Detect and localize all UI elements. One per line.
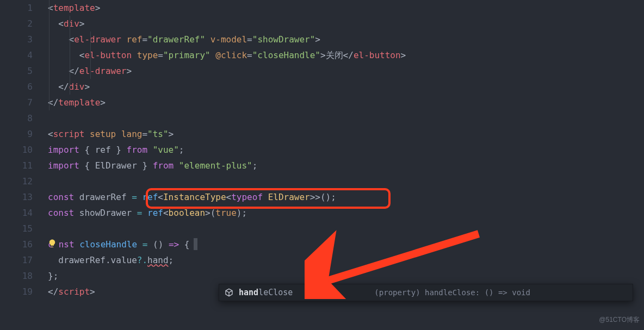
code-line[interactable]: </template>: [48, 95, 644, 110]
line-number: 14: [0, 205, 33, 221]
line-number: 15: [0, 221, 33, 236]
line-number: 10: [0, 142, 33, 158]
lightbulb-icon[interactable]: [47, 238, 58, 249]
indent-guide: [49, 0, 49, 110]
line-number: 6: [0, 79, 33, 95]
line-number-gutter: 12345678910111213141516171819: [0, 0, 48, 330]
code-line[interactable]: <template>: [48, 0, 644, 16]
code-line[interactable]: import { ref } from "vue";: [48, 142, 644, 158]
code-line[interactable]: const drawerRef = ref<InstanceType<typeo…: [48, 189, 644, 205]
code-line[interactable]: <el-drawer ref="drawerRef" v-model="show…: [48, 32, 644, 47]
completion-item-detail: (property) handleClose: () => void: [374, 285, 530, 301]
code-area[interactable]: <template> <div> <el-drawer ref="drawerR…: [48, 0, 644, 330]
code-line[interactable]: [48, 221, 644, 236]
line-number: 12: [0, 173, 33, 189]
code-line[interactable]: [48, 110, 644, 126]
code-editor[interactable]: 12345678910111213141516171819 <template>…: [0, 0, 644, 330]
indent-guide: [90, 32, 91, 79]
line-number: 18: [0, 268, 33, 284]
watermark: @51CTO博客: [599, 312, 640, 328]
text-cursor: [194, 238, 197, 250]
code-line[interactable]: <el-button type="primary" @click="closeH…: [48, 47, 644, 63]
code-line[interactable]: };: [48, 268, 644, 284]
line-number: 3: [0, 32, 33, 47]
line-number: 7: [0, 95, 33, 110]
code-line[interactable]: </div>: [48, 79, 644, 95]
completion-item-label[interactable]: handleClose: [239, 285, 293, 301]
line-number: 11: [0, 158, 33, 173]
completion-popup[interactable]: handleClose(property) handleClose: () =>…: [219, 284, 633, 301]
completion-item-icon: [225, 288, 233, 297]
error-token: hand: [147, 255, 169, 265]
code-line[interactable]: <script setup lang="ts">: [48, 126, 644, 142]
code-line[interactable]: <div>: [48, 16, 644, 32]
code-line[interactable]: drawerRef.value?.hand;: [48, 252, 644, 268]
code-line[interactable]: const showDrawer = ref<boolean>(true);: [48, 205, 644, 221]
line-number: 2: [0, 16, 33, 32]
code-line[interactable]: import { ElDrawer } from "element-plus";: [48, 158, 644, 173]
code-line[interactable]: </el-drawer>: [48, 63, 644, 79]
code-line[interactable]: [48, 173, 644, 189]
line-number: 17: [0, 252, 33, 268]
line-number: 4: [0, 47, 33, 63]
line-number: 8: [0, 110, 33, 126]
line-number: 9: [0, 126, 33, 142]
indent-guide: [70, 16, 70, 95]
line-number: 19: [0, 284, 33, 300]
line-number: 16: [0, 236, 33, 252]
line-number: 13: [0, 189, 33, 205]
line-number: 5: [0, 63, 33, 79]
code-line[interactable]: c nst closeHandle = () => {: [48, 236, 644, 252]
line-number: 1: [0, 0, 33, 16]
